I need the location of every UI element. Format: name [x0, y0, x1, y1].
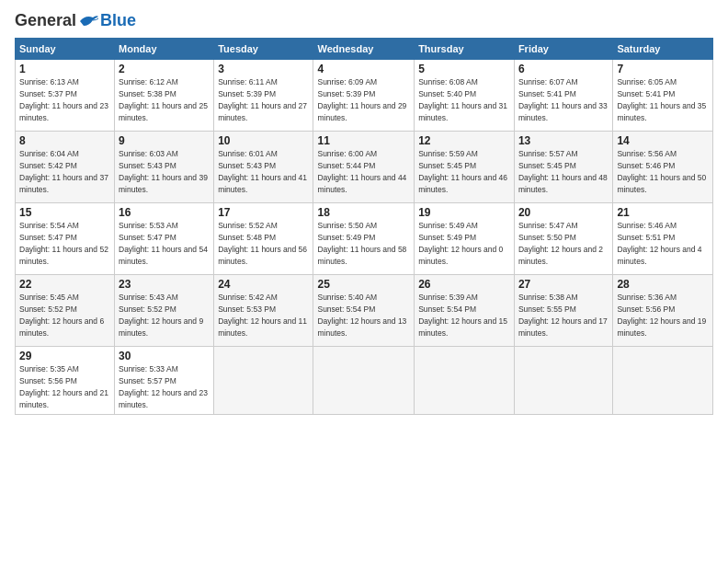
calendar-day-cell — [613, 347, 713, 415]
calendar-day-cell: 19 Sunrise: 5:49 AMSunset: 5:49 PMDaylig… — [415, 203, 515, 275]
day-info: Sunrise: 5:42 AMSunset: 5:53 PMDaylight:… — [218, 293, 307, 338]
calendar-day-cell: 11 Sunrise: 6:00 AMSunset: 5:44 PMDaylig… — [313, 132, 415, 203]
day-number: 28 — [617, 278, 709, 291]
calendar-day-cell: 27 Sunrise: 5:38 AMSunset: 5:55 PMDaylig… — [514, 275, 612, 347]
day-info: Sunrise: 5:35 AMSunset: 5:56 PMDaylight:… — [19, 364, 108, 409]
day-info: Sunrise: 5:33 AMSunset: 5:57 PMDaylight:… — [119, 364, 208, 409]
calendar-day-cell: 17 Sunrise: 5:52 AMSunset: 5:48 PMDaylig… — [214, 203, 313, 275]
calendar-day-cell: 26 Sunrise: 5:39 AMSunset: 5:54 PMDaylig… — [415, 275, 515, 347]
calendar-day-cell — [514, 347, 612, 415]
day-info: Sunrise: 6:12 AMSunset: 5:38 PMDaylight:… — [119, 77, 208, 122]
day-number: 20 — [518, 206, 609, 219]
calendar-day-cell: 14 Sunrise: 5:56 AMSunset: 5:46 PMDaylig… — [613, 132, 713, 203]
day-info: Sunrise: 5:40 AMSunset: 5:54 PMDaylight:… — [317, 293, 406, 338]
day-info: Sunrise: 6:08 AMSunset: 5:40 PMDaylight:… — [418, 77, 507, 122]
calendar-day-cell: 30 Sunrise: 5:33 AMSunset: 5:57 PMDaylig… — [115, 347, 214, 415]
page-header: General Blue — [15, 11, 713, 30]
day-number: 26 — [418, 278, 510, 291]
day-number: 4 — [317, 63, 410, 75]
calendar-day-cell: 6 Sunrise: 6:07 AMSunset: 5:41 PMDayligh… — [514, 60, 612, 132]
col-saturday: Saturday — [613, 39, 713, 60]
day-info: Sunrise: 6:09 AMSunset: 5:39 PMDaylight:… — [317, 77, 406, 122]
day-number: 21 — [617, 206, 709, 219]
calendar-day-cell: 16 Sunrise: 5:53 AMSunset: 5:47 PMDaylig… — [115, 203, 214, 275]
calendar-header-row: Sunday Monday Tuesday Wednesday Thursday… — [16, 39, 713, 60]
day-number: 30 — [119, 350, 210, 362]
day-info: Sunrise: 5:57 AMSunset: 5:45 PMDaylight:… — [518, 149, 608, 194]
day-info: Sunrise: 5:49 AMSunset: 5:49 PMDaylight:… — [418, 221, 503, 266]
calendar-day-cell: 9 Sunrise: 6:03 AMSunset: 5:43 PMDayligh… — [115, 132, 214, 203]
day-info: Sunrise: 5:59 AMSunset: 5:45 PMDaylight:… — [418, 149, 507, 194]
calendar-day-cell: 15 Sunrise: 5:54 AMSunset: 5:47 PMDaylig… — [16, 203, 115, 275]
calendar-day-cell: 2 Sunrise: 6:12 AMSunset: 5:38 PMDayligh… — [115, 60, 214, 132]
day-number: 25 — [317, 278, 410, 291]
day-number: 22 — [19, 278, 110, 291]
calendar-week-row: 15 Sunrise: 5:54 AMSunset: 5:47 PMDaylig… — [16, 203, 713, 275]
col-tuesday: Tuesday — [214, 39, 313, 60]
day-number: 6 — [518, 63, 609, 75]
day-info: Sunrise: 5:56 AMSunset: 5:46 PMDaylight:… — [617, 149, 706, 194]
col-wednesday: Wednesday — [313, 39, 415, 60]
day-number: 14 — [617, 134, 709, 147]
calendar-day-cell: 23 Sunrise: 5:43 AMSunset: 5:52 PMDaylig… — [115, 275, 214, 347]
day-info: Sunrise: 5:53 AMSunset: 5:47 PMDaylight:… — [119, 221, 208, 266]
day-number: 7 — [617, 63, 709, 75]
day-info: Sunrise: 6:01 AMSunset: 5:43 PMDaylight:… — [218, 149, 307, 194]
day-info: Sunrise: 6:00 AMSunset: 5:44 PMDaylight:… — [317, 149, 406, 194]
day-info: Sunrise: 5:39 AMSunset: 5:54 PMDaylight:… — [418, 293, 507, 338]
day-info: Sunrise: 5:50 AMSunset: 5:49 PMDaylight:… — [317, 221, 406, 266]
calendar-day-cell: 29 Sunrise: 5:35 AMSunset: 5:56 PMDaylig… — [16, 347, 115, 415]
day-number: 27 — [518, 278, 609, 291]
col-thursday: Thursday — [415, 39, 515, 60]
day-number: 8 — [19, 134, 110, 147]
calendar-week-row: 8 Sunrise: 6:04 AMSunset: 5:42 PMDayligh… — [16, 132, 713, 203]
day-info: Sunrise: 6:07 AMSunset: 5:41 PMDaylight:… — [518, 77, 608, 122]
day-number: 29 — [19, 350, 110, 362]
day-info: Sunrise: 5:47 AMSunset: 5:50 PMDaylight:… — [518, 221, 603, 266]
day-number: 19 — [418, 206, 510, 219]
calendar-day-cell: 1 Sunrise: 6:13 AMSunset: 5:37 PMDayligh… — [16, 60, 115, 132]
day-number: 2 — [119, 63, 210, 75]
day-info: Sunrise: 5:45 AMSunset: 5:52 PMDaylight:… — [19, 293, 104, 338]
calendar-day-cell: 21 Sunrise: 5:46 AMSunset: 5:51 PMDaylig… — [613, 203, 713, 275]
day-number: 13 — [518, 134, 609, 147]
day-number: 10 — [218, 134, 309, 147]
calendar-day-cell: 18 Sunrise: 5:50 AMSunset: 5:49 PMDaylig… — [313, 203, 415, 275]
calendar-day-cell: 3 Sunrise: 6:11 AMSunset: 5:39 PMDayligh… — [214, 60, 313, 132]
calendar-day-cell — [313, 347, 415, 415]
day-number: 1 — [19, 63, 110, 75]
day-info: Sunrise: 5:38 AMSunset: 5:55 PMDaylight:… — [518, 293, 608, 338]
day-info: Sunrise: 5:36 AMSunset: 5:56 PMDaylight:… — [617, 293, 706, 338]
logo-general-text: General — [15, 11, 76, 30]
calendar-day-cell: 22 Sunrise: 5:45 AMSunset: 5:52 PMDaylig… — [16, 275, 115, 347]
day-number: 24 — [218, 278, 309, 291]
col-monday: Monday — [115, 39, 214, 60]
calendar-day-cell: 12 Sunrise: 5:59 AMSunset: 5:45 PMDaylig… — [415, 132, 515, 203]
calendar-day-cell: 28 Sunrise: 5:36 AMSunset: 5:56 PMDaylig… — [613, 275, 713, 347]
day-number: 23 — [119, 278, 210, 291]
day-info: Sunrise: 6:11 AMSunset: 5:39 PMDaylight:… — [218, 77, 307, 122]
calendar-week-row: 22 Sunrise: 5:45 AMSunset: 5:52 PMDaylig… — [16, 275, 713, 347]
col-friday: Friday — [514, 39, 612, 60]
calendar-day-cell: 24 Sunrise: 5:42 AMSunset: 5:53 PMDaylig… — [214, 275, 313, 347]
day-number: 5 — [418, 63, 510, 75]
day-info: Sunrise: 5:46 AMSunset: 5:51 PMDaylight:… — [617, 221, 701, 266]
day-number: 11 — [317, 134, 410, 147]
day-number: 9 — [119, 134, 210, 147]
logo-blue-text: Blue — [100, 11, 136, 30]
calendar-day-cell: 10 Sunrise: 6:01 AMSunset: 5:43 PMDaylig… — [214, 132, 313, 203]
calendar-day-cell: 20 Sunrise: 5:47 AMSunset: 5:50 PMDaylig… — [514, 203, 612, 275]
day-number: 12 — [418, 134, 510, 147]
day-info: Sunrise: 5:52 AMSunset: 5:48 PMDaylight:… — [218, 221, 307, 266]
day-info: Sunrise: 6:03 AMSunset: 5:43 PMDaylight:… — [119, 149, 208, 194]
calendar-day-cell: 5 Sunrise: 6:08 AMSunset: 5:40 PMDayligh… — [415, 60, 515, 132]
calendar-table: Sunday Monday Tuesday Wednesday Thursday… — [15, 38, 713, 415]
calendar-day-cell — [415, 347, 515, 415]
logo: General Blue — [15, 11, 136, 30]
day-number: 15 — [19, 206, 110, 219]
calendar-day-cell: 4 Sunrise: 6:09 AMSunset: 5:39 PMDayligh… — [313, 60, 415, 132]
calendar-day-cell — [214, 347, 313, 415]
col-sunday: Sunday — [16, 39, 115, 60]
day-number: 16 — [119, 206, 210, 219]
calendar-week-row: 29 Sunrise: 5:35 AMSunset: 5:56 PMDaylig… — [16, 347, 713, 415]
